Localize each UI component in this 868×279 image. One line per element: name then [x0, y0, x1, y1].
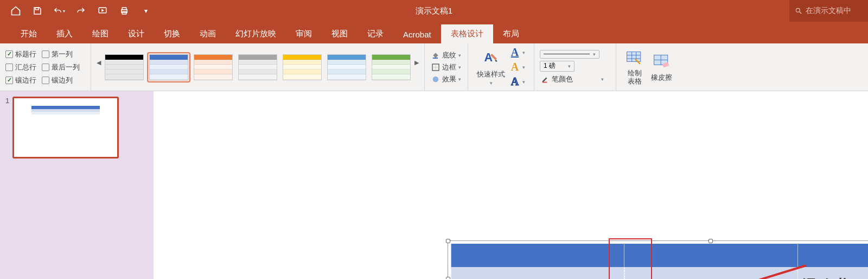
cb-first-col[interactable]: 第一列: [42, 49, 80, 59]
cb-banded-rows[interactable]: 镶边行: [5, 75, 36, 85]
shading-button[interactable]: 底纹▾: [430, 50, 462, 61]
document-title: 演示文稿1: [416, 6, 452, 16]
tab-layout[interactable]: 布局: [493, 24, 529, 43]
cb-header-row[interactable]: 标题行: [5, 49, 36, 59]
slide-thumbnails-panel: 1: [0, 91, 154, 279]
table-style-5[interactable]: [281, 53, 323, 82]
svg-rect-13: [542, 81, 547, 83]
workspace: 1: [0, 91, 868, 279]
print-icon[interactable]: [118, 5, 130, 17]
borders-button[interactable]: 边框▾: [430, 62, 462, 73]
svg-rect-3: [122, 8, 126, 10]
table-style-options-group: 标题行 汇总行 镶边行 第一列 最后一列 镶边列: [0, 43, 91, 91]
tab-record[interactable]: 记录: [358, 24, 393, 43]
eraser-button[interactable]: 橡皮擦: [648, 51, 675, 84]
cb-banded-cols[interactable]: 镶边列: [42, 75, 80, 85]
selection-frame: [448, 240, 868, 279]
undo-icon[interactable]: ▾: [53, 5, 65, 17]
table-fill-group: 底纹▾ 边框▾ 效果▾: [425, 43, 468, 91]
draw-tools-group: 绘制 表格 橡皮擦: [616, 43, 681, 91]
tab-view[interactable]: 视图: [322, 24, 358, 43]
table-style-7[interactable]: [370, 53, 412, 82]
customize-qat-icon[interactable]: ▾: [140, 5, 152, 17]
pen-icon: [541, 75, 550, 84]
title-bar: ▾ ▾ 演示文稿1 在演示文稿中: [0, 0, 868, 22]
ribbon: 标题行 汇总行 镶边行 第一列 最后一列 镶边列 ◀ ▶ 底纹▾ 边框▾ 效果▾: [0, 43, 868, 91]
svg-rect-14: [627, 52, 641, 62]
tab-slideshow[interactable]: 幻灯片放映: [226, 24, 286, 43]
tab-animations[interactable]: 动画: [190, 24, 226, 43]
pen-weight-dropdown[interactable]: 1 磅▾: [540, 61, 575, 72]
svg-rect-0: [35, 8, 39, 10]
text-outline-button[interactable]: A: [508, 61, 521, 73]
slide-number: 1: [5, 97, 9, 158]
watermark: 经验啦 ✓: [797, 275, 861, 279]
tab-draw[interactable]: 绘图: [82, 24, 118, 43]
draw-table-button[interactable]: 绘制 表格: [622, 48, 648, 86]
save-icon[interactable]: [31, 5, 43, 17]
cb-total-row[interactable]: 汇总行: [5, 62, 36, 72]
tab-insert[interactable]: 插入: [47, 24, 82, 43]
table-style-3[interactable]: [192, 53, 234, 82]
svg-rect-7: [433, 58, 438, 59]
svg-text:A: A: [484, 50, 493, 64]
draw-borders-group: ▾ 1 磅▾ 笔颜色▾: [534, 43, 616, 91]
resize-handle[interactable]: [446, 277, 450, 279]
tab-transitions[interactable]: 切换: [154, 24, 190, 43]
resize-handle[interactable]: [446, 239, 450, 243]
wordart-styles: A▾ A▾ A▾: [508, 46, 528, 88]
start-slideshow-icon[interactable]: [97, 5, 108, 17]
slide-table[interactable]: [451, 244, 868, 279]
search-placeholder: 在演示文稿中: [806, 6, 851, 16]
column-insert-guide: [624, 268, 625, 279]
quick-styles-group: A 快速样式 ▾ A▾ A▾ A▾: [468, 43, 534, 91]
effects-icon: [431, 75, 440, 84]
resize-handle[interactable]: [709, 239, 713, 243]
svg-point-5: [796, 8, 800, 12]
tab-review[interactable]: 审阅: [286, 24, 322, 43]
table-style-1[interactable]: [103, 53, 145, 82]
svg-point-11: [433, 76, 439, 82]
bucket-icon: [431, 51, 440, 60]
tab-design[interactable]: 设计: [118, 24, 154, 43]
border-icon: [431, 63, 440, 72]
eraser-icon: [652, 52, 672, 72]
effects-button[interactable]: 效果▾: [430, 74, 462, 85]
check-icon: ✓: [848, 276, 861, 279]
quick-styles-icon: A: [481, 49, 501, 68]
home-icon[interactable]: [10, 5, 22, 17]
text-fill-button[interactable]: A: [508, 46, 521, 59]
table-style-2[interactable]: [148, 53, 190, 82]
quick-styles-button[interactable]: A 快速样式 ▾: [474, 48, 508, 87]
gallery-next-icon[interactable]: ▶: [412, 49, 421, 76]
table-styles-gallery: ◀ ▶: [91, 43, 425, 91]
gallery-prev-icon[interactable]: ◀: [94, 49, 103, 76]
table-style-6[interactable]: [326, 53, 368, 82]
tab-acrobat[interactable]: Acrobat: [393, 26, 441, 43]
tab-home[interactable]: 开始: [11, 24, 47, 43]
table-style-4[interactable]: [237, 53, 279, 82]
slide-thumbnail-1[interactable]: [12, 97, 119, 158]
draw-table-icon: [625, 49, 644, 68]
cb-last-col[interactable]: 最后一列: [42, 62, 80, 72]
svg-line-6: [800, 12, 802, 14]
slide-canvas[interactable]: 经验啦 ✓ jingyanla.com: [154, 91, 868, 279]
ribbon-tabs: 开始 插入 绘图 设计 切换 动画 幻灯片放映 审阅 视图 记录 Acrobat…: [0, 22, 868, 43]
pen-color-button[interactable]: 笔颜色▾: [540, 74, 605, 85]
tab-table-design[interactable]: 表格设计: [441, 24, 493, 43]
redo-icon[interactable]: [75, 5, 87, 17]
text-effects-button[interactable]: A: [508, 75, 521, 88]
search-icon: [795, 7, 802, 15]
pen-style-dropdown[interactable]: ▾: [540, 50, 599, 59]
quick-access-toolbar: ▾ ▾: [0, 5, 152, 17]
search-box[interactable]: 在演示文稿中: [789, 0, 868, 22]
